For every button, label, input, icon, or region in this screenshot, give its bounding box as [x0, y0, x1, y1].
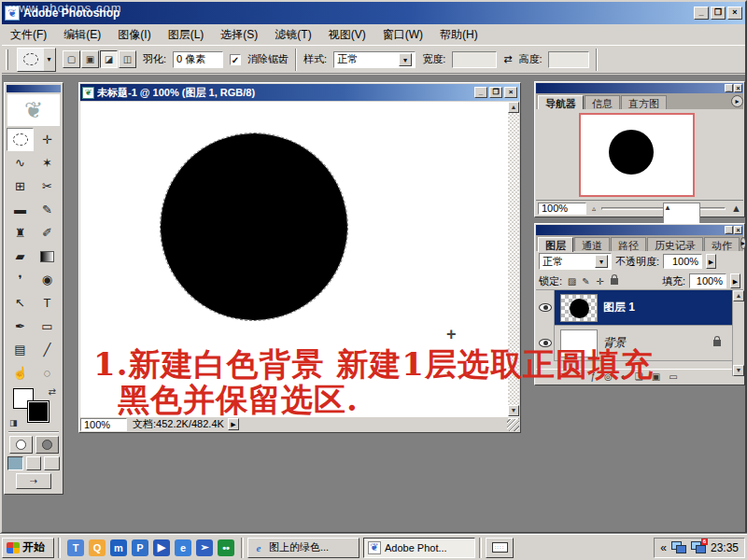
zoom-tool[interactable]: ◌ — [34, 361, 61, 385]
maximize-button[interactable]: ❐ — [711, 7, 726, 20]
move-tool[interactable]: ✛ — [34, 128, 61, 151]
panel-menu-icon[interactable]: ▸ — [731, 95, 743, 107]
menu-item-6[interactable]: 视图(V) — [320, 25, 374, 45]
menu-item-4[interactable]: 选择(S) — [212, 25, 266, 45]
menu-item-1[interactable]: 编辑(E) — [55, 25, 109, 45]
gradient-tool[interactable] — [34, 245, 61, 268]
doc-close-button[interactable]: × — [504, 87, 517, 98]
layers-titlebar[interactable]: _ × — [536, 225, 743, 235]
navigator-zoom-input[interactable]: 100% — [538, 203, 586, 215]
toolbox-drag-handle[interactable] — [7, 85, 61, 92]
eyedropper-tool[interactable]: ╱ — [34, 338, 61, 361]
tt-browser-icon[interactable]: T — [67, 539, 84, 556]
magic-wand-tool[interactable]: ✶ — [34, 151, 61, 175]
layer1-thumbnail[interactable] — [560, 294, 598, 322]
tray-chevron-icon[interactable]: « — [660, 541, 667, 554]
fill-input[interactable]: 100% — [689, 273, 726, 288]
tab-通道[interactable]: 通道 — [574, 237, 610, 251]
new-selection-button[interactable]: ▢ — [63, 50, 80, 68]
elliptical-marquee-tool[interactable] — [7, 128, 34, 151]
document-titlebar[interactable]: ❦ 未标题-1 @ 100% (图层 1, RGB/8) _ ❐ × — [80, 84, 519, 101]
feather-input[interactable]: 0 像素 — [173, 51, 223, 68]
scroll-up-icon[interactable]: ▲ — [508, 102, 519, 113]
shape-tool[interactable]: ▭ — [34, 315, 61, 338]
photoshop-feather-logo[interactable]: ❦ — [7, 94, 60, 126]
type-tool[interactable]: T — [34, 291, 61, 315]
menu-item-7[interactable]: 窗口(W) — [374, 25, 431, 45]
tab-直方图[interactable]: 直方图 — [621, 95, 667, 109]
scroll-down-icon[interactable]: ▼ — [508, 405, 519, 416]
scroll-up-icon[interactable]: ▲ — [733, 290, 744, 301]
lock-all-icon[interactable] — [608, 276, 620, 287]
dodge-tool[interactable]: ◉ — [34, 268, 61, 291]
intersect-selection-button[interactable]: ◫ — [119, 50, 136, 68]
subtract-from-selection-button[interactable]: ◪ — [100, 50, 118, 68]
lock-position-icon[interactable]: ✛ — [594, 276, 606, 287]
healing-brush-tool[interactable]: ▬ — [7, 198, 34, 221]
black-circle-selection[interactable] — [161, 133, 347, 320]
internet-explorer-icon[interactable]: e — [175, 539, 191, 556]
close-button[interactable]: × — [727, 7, 742, 20]
add-to-selection-button[interactable]: ▣ — [81, 50, 99, 68]
blend-mode-dropdown[interactable]: 正常 ▾ — [539, 253, 612, 270]
history-brush-tool[interactable]: ✐ — [34, 221, 61, 245]
tool-preset-picker[interactable]: ▾ — [17, 48, 56, 72]
palette-close-button[interactable]: × — [734, 226, 742, 234]
height-input[interactable] — [548, 51, 589, 68]
fullscreen-button[interactable] — [44, 456, 60, 470]
delete-layer-button[interactable]: ▭ — [669, 371, 677, 382]
media-player-icon[interactable]: ▶ — [153, 539, 170, 556]
opacity-input[interactable]: 100% — [663, 254, 702, 269]
taskbar-task-ie[interactable]: e图上的绿色... — [247, 538, 359, 558]
tab-动作[interactable]: 动作 — [704, 237, 740, 251]
layers-scrollbar[interactable]: ▲ ▼ — [732, 290, 743, 376]
pplive-icon[interactable]: P — [132, 539, 148, 556]
menu-item-3[interactable]: 图层(L) — [160, 25, 213, 45]
background-color-swatch[interactable] — [28, 401, 49, 422]
window-resize-grip[interactable] — [507, 419, 519, 431]
opacity-slider-icon[interactable]: ▶ — [706, 254, 716, 269]
lock-paint-icon[interactable]: ✎ — [580, 276, 592, 287]
minimize-button[interactable]: _ — [694, 7, 709, 20]
menu-item-8[interactable]: 帮助(H) — [431, 25, 486, 45]
taskbar-task-ps[interactable]: ❦Adobe Phot... — [363, 538, 475, 558]
standard-screen-button[interactable] — [7, 456, 23, 470]
navigator-titlebar[interactable]: _ × — [536, 83, 743, 93]
lasso-tool[interactable]: ∿ — [7, 151, 34, 175]
lock-transparency-icon[interactable]: ▨ — [566, 276, 578, 287]
tab-图层[interactable]: 图层 — [538, 237, 573, 252]
start-button[interactable]: 开始 — [2, 538, 54, 558]
zoom-slider[interactable]: ▲ — [601, 207, 726, 210]
updates-icon[interactable]: 6 — [691, 541, 706, 553]
layer-row-layer1[interactable]: 图层 1 — [536, 290, 732, 326]
visibility-cell[interactable] — [536, 290, 555, 326]
green-eyes-app-icon[interactable]: •• — [218, 539, 234, 556]
layer-name[interactable]: 图层 1 — [603, 300, 635, 315]
doc-minimize-button[interactable]: _ — [474, 87, 487, 98]
swap-dimensions-icon[interactable]: ⇄ — [503, 53, 512, 65]
tab-路径[interactable]: 路径 — [611, 237, 646, 251]
quick-mask-button[interactable] — [35, 436, 59, 454]
blur-tool[interactable]: ❜ — [7, 268, 34, 291]
chevron-down-icon[interactable]: ▾ — [595, 255, 608, 268]
menu-item-5[interactable]: 滤镜(T) — [266, 25, 319, 45]
menu-item-0[interactable]: 文件(F) — [2, 25, 55, 45]
default-colors-icon[interactable]: ◨ — [9, 418, 18, 427]
palette-close-button[interactable]: × — [734, 84, 742, 92]
navigator-proxy-view[interactable] — [579, 113, 695, 197]
slice-tool[interactable]: ✂ — [34, 175, 61, 198]
clone-stamp-tool[interactable]: ♜ — [7, 221, 34, 245]
zoom-in-icon[interactable]: ▲ — [731, 203, 741, 214]
input-method-button[interactable]: :::: — [486, 538, 514, 558]
palette-minimize-button[interactable]: _ — [725, 84, 733, 92]
path-selection-tool[interactable]: ↖ — [7, 291, 34, 315]
hand-tool[interactable]: ☝ — [7, 361, 34, 385]
antialias-checkbox[interactable]: ✓ — [230, 54, 241, 65]
thunder-icon[interactable]: ➢ — [196, 539, 213, 556]
fullscreen-menubar-button[interactable] — [26, 456, 42, 470]
chevron-down-icon[interactable]: ▾ — [399, 53, 412, 66]
crop-tool[interactable]: ⊞ — [7, 175, 34, 198]
doc-maximize-button[interactable]: ❐ — [489, 87, 502, 98]
scroll-down-icon[interactable]: ▼ — [733, 365, 744, 376]
chevron-down-icon[interactable]: ▾ — [44, 49, 54, 71]
